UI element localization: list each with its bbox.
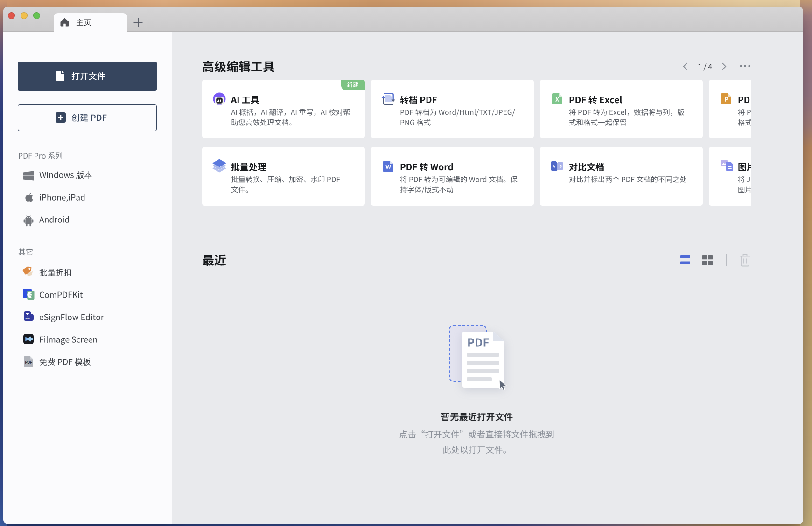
svg-text:PDF: PDF: [25, 318, 30, 320]
svg-text:PDF: PDF: [25, 360, 32, 365]
